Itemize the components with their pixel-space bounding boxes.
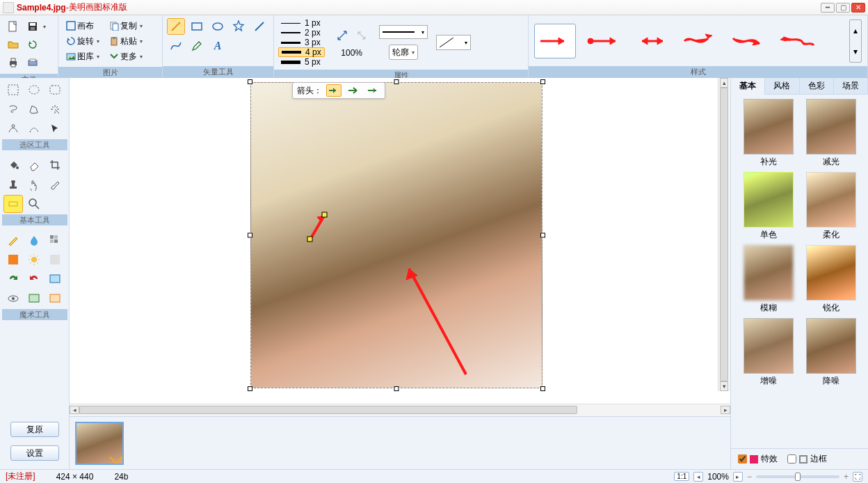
handle-w[interactable] bbox=[248, 233, 252, 238]
tab-scene[interactable]: 场景 bbox=[834, 78, 868, 94]
arrowhead-opt-2[interactable] bbox=[346, 84, 361, 97]
zoom-in-button[interactable]: ▸ bbox=[733, 472, 743, 482]
arrow-style-1[interactable] bbox=[534, 24, 576, 58]
roundrect-select-icon[interactable] bbox=[45, 81, 65, 99]
brightness-icon[interactable] bbox=[24, 251, 44, 269]
arrow-style-2[interactable] bbox=[583, 24, 625, 58]
reload-icon[interactable] bbox=[24, 36, 42, 53]
scroll-h-thumb[interactable] bbox=[79, 406, 577, 414]
fx-soften[interactable]: 柔化 bbox=[803, 172, 859, 241]
maximize-button[interactable]: ▢ bbox=[836, 3, 850, 13]
scale-up-icon[interactable] bbox=[353, 27, 371, 44]
undo-red-icon[interactable] bbox=[24, 270, 44, 288]
fx-checkbox[interactable]: 特效 bbox=[738, 453, 778, 465]
style-more[interactable]: ▾ bbox=[850, 41, 861, 62]
arrowhead-opt-1[interactable] bbox=[326, 84, 341, 97]
arrow-style-5[interactable] bbox=[729, 24, 771, 58]
line-style-dropdown[interactable]: ▾ bbox=[379, 25, 428, 39]
print-icon[interactable] bbox=[4, 54, 22, 71]
fill-style-dropdown[interactable]: ▾ bbox=[436, 35, 471, 50]
handle-e[interactable] bbox=[540, 233, 545, 238]
fx-denoise[interactable]: 降噪 bbox=[803, 318, 859, 387]
fg-extract-icon[interactable] bbox=[3, 120, 23, 138]
lasso-icon[interactable] bbox=[3, 100, 23, 118]
crop-icon[interactable] bbox=[45, 156, 65, 174]
scrollbar-vertical[interactable]: ▴ ▾ bbox=[718, 78, 730, 391]
paste-button[interactable]: 粘贴▾ bbox=[106, 33, 146, 49]
handle-sw[interactable] bbox=[248, 386, 252, 391]
onetoone-button[interactable]: 1:1 bbox=[674, 472, 689, 481]
rect-tool[interactable] bbox=[188, 18, 206, 35]
redo-green-icon[interactable] bbox=[3, 270, 23, 288]
style-scroll-up[interactable]: ▴ bbox=[850, 20, 861, 41]
bg-extract-icon[interactable] bbox=[24, 120, 44, 138]
highlight-icon[interactable] bbox=[3, 195, 23, 213]
settings-button[interactable]: 设置 bbox=[10, 445, 59, 461]
zoom-slider[interactable] bbox=[756, 475, 839, 478]
minimize-button[interactable]: ━ bbox=[821, 3, 835, 13]
fx-fill-light[interactable]: 补光 bbox=[741, 99, 796, 168]
pic3-icon[interactable] bbox=[45, 290, 65, 308]
star-tool[interactable] bbox=[230, 18, 248, 35]
wand-icon[interactable] bbox=[45, 100, 65, 118]
image-selection[interactable] bbox=[250, 82, 542, 388]
arrow-style-gallery[interactable]: ▴ ▾ bbox=[529, 15, 867, 66]
scan-icon[interactable] bbox=[24, 54, 42, 71]
drawn-arrow-small[interactable] bbox=[305, 206, 339, 248]
canvas-button[interactable]: 画布 bbox=[63, 18, 103, 33]
fullscreen-button[interactable]: ⛶ bbox=[853, 472, 862, 482]
hand-icon[interactable] bbox=[24, 175, 44, 193]
scroll-v-thumb[interactable] bbox=[720, 88, 728, 381]
adjust1-icon[interactable] bbox=[3, 251, 23, 269]
open-icon[interactable] bbox=[4, 36, 22, 53]
handle-n[interactable] bbox=[394, 79, 399, 84]
library-button[interactable]: 图库▾ bbox=[63, 49, 103, 64]
fx-add-noise[interactable]: 增噪 bbox=[741, 318, 796, 387]
poly-lasso-icon[interactable] bbox=[24, 100, 44, 118]
ellipse-tool[interactable] bbox=[209, 18, 227, 35]
zoom-icon[interactable] bbox=[24, 195, 44, 213]
frame-checkbox[interactable]: 边框 bbox=[787, 453, 827, 465]
handle-ne[interactable] bbox=[540, 79, 545, 84]
stroke-width-list[interactable]: 1 px 2 px 3 px 4 px 5 px bbox=[278, 18, 325, 67]
new-file-icon[interactable] bbox=[4, 18, 22, 35]
arrow-style-4[interactable] bbox=[680, 24, 722, 58]
magic-pencil-icon[interactable] bbox=[3, 231, 23, 249]
rotate-button[interactable]: 旋转▾ bbox=[63, 33, 103, 49]
eye-icon[interactable] bbox=[3, 290, 23, 308]
copy-button[interactable]: 复制▾ bbox=[106, 18, 146, 33]
ellipse-select-icon[interactable] bbox=[24, 81, 44, 99]
zoom-out-button[interactable]: ◂ bbox=[693, 472, 703, 482]
arrow-style-6[interactable] bbox=[778, 24, 819, 58]
scroll-left-icon[interactable]: ◂ bbox=[70, 406, 79, 414]
fx-blur[interactable]: 模糊 bbox=[741, 245, 796, 314]
outline-button[interactable]: 轮廓▾ bbox=[389, 45, 418, 60]
adjust3-icon[interactable] bbox=[45, 251, 65, 269]
zoom-slider-knob[interactable] bbox=[795, 473, 801, 481]
scrollbar-horizontal[interactable]: ◂ ▸ bbox=[70, 404, 730, 416]
handle-se[interactable] bbox=[540, 386, 545, 391]
arrow-tool[interactable] bbox=[167, 18, 185, 35]
curve-tool[interactable] bbox=[167, 38, 185, 54]
line-tool[interactable] bbox=[250, 18, 268, 35]
droplet-icon[interactable] bbox=[24, 231, 44, 249]
arrowhead-opt-3[interactable] bbox=[365, 84, 380, 97]
more-button[interactable]: 更多▾ bbox=[106, 49, 146, 64]
close-button[interactable]: ✕ bbox=[851, 3, 865, 13]
fx-dim-light[interactable]: 减光 bbox=[803, 99, 859, 168]
tab-style[interactable]: 风格 bbox=[765, 78, 799, 94]
save-icon[interactable] bbox=[24, 18, 42, 35]
pointer-icon[interactable] bbox=[45, 120, 65, 138]
mosaic-icon[interactable] bbox=[45, 231, 65, 249]
scroll-right-icon[interactable]: ▸ bbox=[721, 406, 730, 414]
pencil-tool[interactable] bbox=[188, 38, 206, 54]
brush-icon[interactable] bbox=[45, 175, 65, 193]
stamp-icon[interactable] bbox=[3, 175, 23, 193]
page-thumbnail[interactable] bbox=[75, 422, 124, 465]
handle-nw[interactable] bbox=[248, 79, 252, 84]
tab-color[interactable]: 色彩 bbox=[800, 78, 834, 94]
scroll-down-icon[interactable]: ▾ bbox=[720, 381, 728, 391]
fx-mono[interactable]: 单色 bbox=[741, 172, 796, 241]
pic2-icon[interactable] bbox=[24, 290, 44, 308]
fx-sharpen[interactable]: 锐化 bbox=[803, 245, 859, 314]
